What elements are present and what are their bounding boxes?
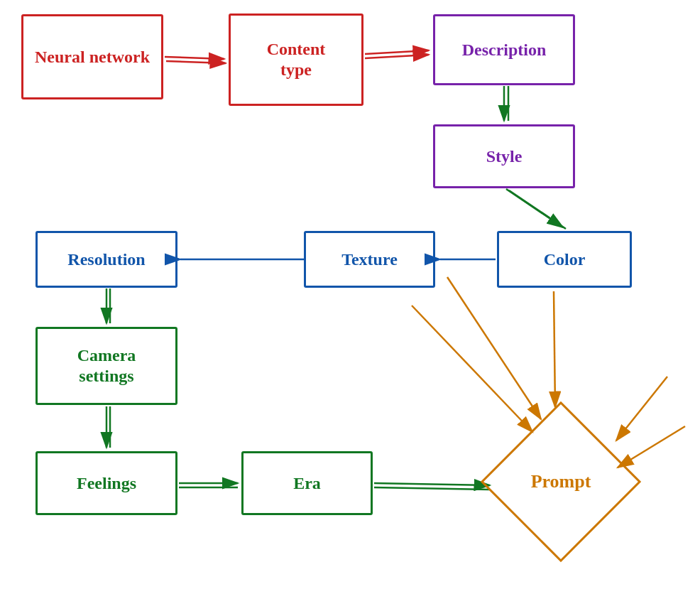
feelings-node: Feelings (35, 451, 177, 515)
texture-node: Texture (304, 231, 435, 288)
svg-line-21 (374, 487, 490, 490)
svg-line-20 (374, 483, 490, 485)
neural-network-node: Neural network (21, 14, 163, 99)
svg-line-11 (509, 190, 566, 229)
camera-settings-node: Camerasettings (35, 327, 177, 405)
era-label: Era (293, 473, 321, 494)
content-type-node: Contenttype (229, 14, 363, 106)
svg-line-26 (447, 277, 541, 419)
prompt-label: Prompt (531, 470, 591, 492)
svg-line-10 (506, 189, 563, 227)
resolution-node: Resolution (35, 231, 177, 288)
style-label: Style (486, 146, 523, 167)
texture-label: Texture (341, 249, 398, 270)
svg-line-4 (165, 57, 224, 59)
content-type-label: Contenttype (267, 39, 326, 80)
prompt-node: Prompt (490, 411, 632, 553)
style-node: Style (433, 124, 575, 188)
description-label: Description (462, 40, 547, 60)
neural-network-label: Neural network (35, 47, 150, 68)
svg-line-5 (166, 61, 226, 63)
svg-line-7 (365, 55, 429, 58)
svg-line-23 (554, 291, 555, 407)
resolution-label: Resolution (67, 249, 145, 270)
color-label: Color (544, 249, 586, 270)
svg-line-6 (365, 50, 429, 54)
flowchart-diagram: Neural network Contenttype Description S… (0, 0, 700, 594)
era-node: Era (241, 451, 373, 515)
color-node: Color (497, 231, 632, 288)
camera-settings-label: Camerasettings (77, 345, 136, 387)
description-node: Description (433, 14, 575, 85)
feelings-label: Feelings (77, 473, 136, 494)
